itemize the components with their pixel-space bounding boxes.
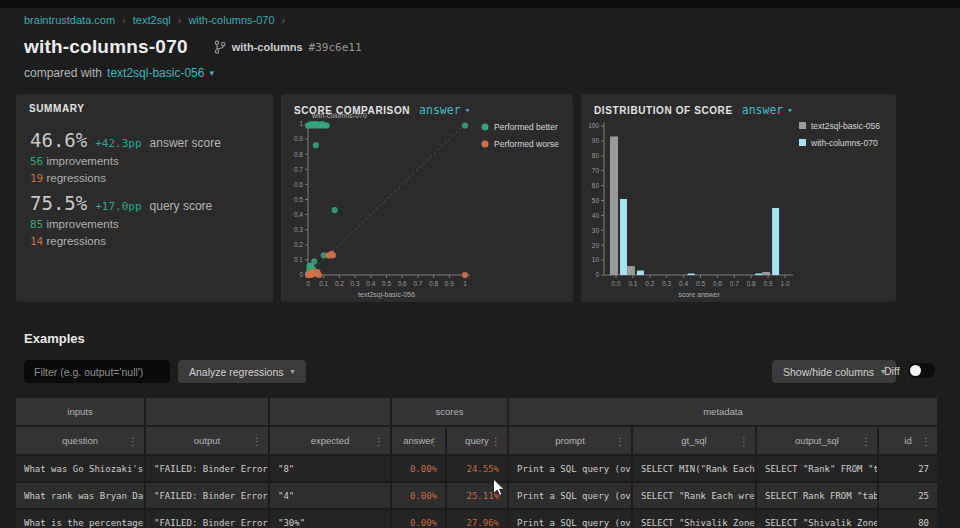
bar-experiment (755, 274, 762, 275)
examples-table: inputsscoresmetadataquestion⋮output⋮expe… (16, 398, 937, 528)
cell-output[interactable]: "FAILED: Binder Error: R… (146, 483, 268, 508)
column-menu-icon[interactable]: ⋮ (252, 435, 262, 446)
chevron-down-icon: ▾ (465, 105, 470, 115)
cell-answer[interactable]: 0.00% (392, 483, 445, 508)
cell-id[interactable]: 25 (879, 483, 937, 508)
cell-expected[interactable]: "30%" (270, 510, 390, 528)
column-header-id[interactable]: id⋮ (879, 427, 937, 454)
answer-improvements-count: 56 (30, 155, 43, 168)
column-menu-icon[interactable]: ⋮ (861, 435, 871, 446)
svg-text:0.3: 0.3 (662, 280, 671, 287)
cell-query[interactable]: 24.55% (447, 456, 507, 481)
breadcrumb-link[interactable]: braintrustdata.com (24, 14, 115, 26)
bar-experiment (637, 271, 644, 275)
breadcrumb-separator-icon: › (282, 14, 286, 26)
filter-input[interactable] (24, 360, 170, 383)
column-header-gt_sql[interactable]: gt_sql⋮ (633, 427, 755, 454)
scatter-point (308, 263, 314, 269)
cell-id[interactable]: 27 (879, 456, 937, 481)
score-comparison-metric-dropdown[interactable]: answer ▾ (419, 103, 470, 117)
cell-question[interactable]: What was Go Shiozaki's r… (16, 456, 144, 481)
cell-expected[interactable]: "4" (270, 483, 390, 508)
breadcrumb-link[interactable]: with-columns-070 (188, 14, 274, 26)
column-menu-icon[interactable]: ⋮ (429, 435, 439, 446)
column-header-answer[interactable]: answer⋮ (392, 427, 445, 454)
column-menu-icon[interactable]: ⋮ (374, 435, 384, 446)
query-score-summary: 75.5% +17.0pp query score 85 improvement… (30, 192, 212, 248)
svg-text:0.9: 0.9 (294, 135, 303, 142)
cell-answer[interactable]: 0.00% (392, 510, 445, 528)
column-header-expected[interactable]: expected⋮ (270, 427, 390, 454)
column-header-label: expected (311, 435, 350, 446)
column-header-query[interactable]: query⋮ (447, 427, 507, 454)
svg-text:1.0: 1.0 (780, 280, 789, 287)
scatter-point (313, 142, 319, 148)
cell-prompt[interactable]: Print a SQL query (over … (509, 456, 631, 481)
svg-text:0.6: 0.6 (398, 280, 407, 287)
cell-gt_sql[interactable]: SELECT MIN("Rank Each wr… (633, 456, 755, 481)
distribution-panel: DISTRIBUTION OF SCORE answer ▾ 010203040… (581, 94, 896, 302)
column-menu-icon[interactable]: ⋮ (739, 435, 749, 446)
svg-text:90: 90 (592, 137, 600, 144)
score-comparison-chart: 00.10.20.30.40.50.60.70.80.9100.10.20.30… (281, 94, 573, 302)
svg-text:0: 0 (299, 271, 303, 278)
cell-gt_sql[interactable]: SELECT "Rank Each wrestl… (633, 483, 755, 508)
summary-panel: SUMMARY 46.6% +42.3pp answer score 56 im… (16, 94, 273, 302)
breadcrumb-link[interactable]: text2sql (133, 14, 171, 26)
improvements-label: improvements (46, 155, 118, 167)
cell-query[interactable]: 25.11% (447, 483, 507, 508)
scatter-point (324, 122, 330, 128)
answer-score-summary: 46.6% +42.3pp answer score 56 improvemen… (30, 129, 221, 185)
cell-id[interactable]: 80 (879, 510, 937, 528)
svg-text:0.5: 0.5 (382, 280, 391, 287)
column-header-question[interactable]: question⋮ (16, 427, 144, 454)
column-header-label: gt_sql (681, 435, 706, 446)
improvements-label: improvements (46, 218, 118, 230)
column-group-empty (270, 398, 390, 425)
column-menu-icon[interactable]: ⋮ (921, 435, 931, 446)
cell-answer[interactable]: 0.00% (392, 456, 445, 481)
cell-output[interactable]: "FAILED: Binder Error: R… (146, 456, 268, 481)
cell-expected[interactable]: "8" (270, 456, 390, 481)
cell-query[interactable]: 27.96% (447, 510, 507, 528)
cell-question[interactable]: What is the percentage o… (16, 510, 144, 528)
page-title: with-columns-070 (24, 36, 188, 58)
legend-swatch (799, 139, 806, 146)
bar-baseline (610, 136, 618, 275)
scatter-point (462, 122, 468, 128)
toggle-knob (910, 365, 921, 376)
column-header-label: output (194, 435, 220, 446)
chevron-down-icon[interactable]: ▾ (209, 68, 214, 78)
legend-dot (482, 124, 489, 131)
branch-info: with-columns #39c6e11 (214, 40, 362, 54)
column-header-output[interactable]: output⋮ (146, 427, 268, 454)
answer-score-name: answer score (150, 136, 221, 150)
legend-label: Performed worse (494, 139, 559, 149)
compared-with-link[interactable]: text2sql-basic-056 (107, 66, 204, 80)
column-menu-icon[interactable]: ⋮ (491, 435, 501, 446)
cell-prompt[interactable]: Print a SQL query (over … (509, 510, 631, 528)
analyze-regressions-button[interactable]: Analyze regressions ▾ (178, 360, 306, 383)
cell-gt_sql[interactable]: SELECT "Shivalik Zone" F… (633, 510, 755, 528)
bar-experiment (620, 199, 627, 275)
svg-text:100: 100 (588, 122, 599, 129)
cell-output_sql[interactable]: SELECT "Shivalik Zone"/(… (757, 510, 877, 528)
cell-output_sql[interactable]: SELECT "Rank" FROM "tabl… (757, 456, 877, 481)
column-header-output_sql[interactable]: output_sql⋮ (757, 427, 877, 454)
svg-text:20: 20 (592, 242, 600, 249)
cell-question[interactable]: What rank was Bryan Dani… (16, 483, 144, 508)
cell-output[interactable]: "FAILED: Binder Error: N… (146, 510, 268, 528)
show-hide-columns-button[interactable]: Show/hide columns ▾ (772, 360, 896, 383)
column-header-prompt[interactable]: prompt⋮ (509, 427, 631, 454)
svg-text:0.1: 0.1 (294, 256, 303, 263)
svg-text:0.4: 0.4 (294, 211, 303, 218)
column-menu-icon[interactable]: ⋮ (128, 435, 138, 446)
cell-prompt[interactable]: Print a SQL query (over … (509, 483, 631, 508)
legend-swatch (799, 122, 806, 129)
distribution-metric-dropdown[interactable]: answer ▾ (742, 103, 793, 117)
bar-baseline (762, 272, 770, 275)
diff-toggle[interactable] (908, 363, 935, 378)
column-menu-icon[interactable]: ⋮ (615, 435, 625, 446)
cell-output_sql[interactable]: SELECT Rank FROM "table"… (757, 483, 877, 508)
summary-title: SUMMARY (29, 103, 85, 114)
